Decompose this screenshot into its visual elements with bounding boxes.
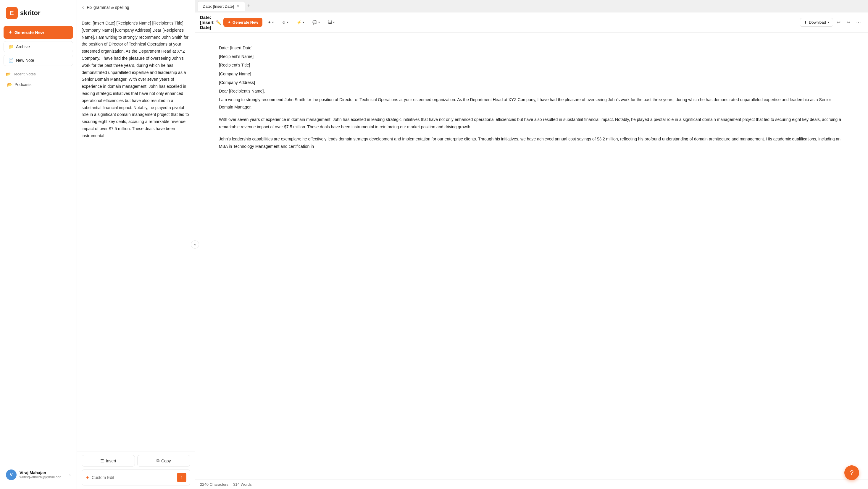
support-fab-button[interactable]: ? <box>844 465 859 480</box>
podcast-icon: 📂 <box>7 82 12 87</box>
chevron-down-icon-5: ▾ <box>333 21 335 24</box>
archive-button[interactable]: 📁 Archive <box>4 41 73 52</box>
doc-paragraphs: I am writing to strongly recommend John … <box>219 96 844 150</box>
app-name: skritor <box>20 9 40 17</box>
image-icon: 🖼 <box>328 20 332 25</box>
chevron-down-icon-3: ▾ <box>303 21 304 24</box>
doc-paragraph: John's leadership capabilities are exemp… <box>219 135 844 150</box>
user-info: Viraj Mahajan writingwithviraj@gmail.cor <box>20 470 66 479</box>
generate-new-button[interactable]: ✦ Generate New <box>4 26 73 39</box>
copy-button[interactable]: ⧉ Copy <box>137 455 190 466</box>
user-profile[interactable]: V Viraj Mahajan writingwithviraj@gmail.c… <box>4 466 73 483</box>
logo-area: E skritor <box>4 6 73 24</box>
chevron-down-icon: ▾ <box>272 21 274 24</box>
copy-icon: ⧉ <box>156 458 159 463</box>
doc-line: Date: [Insert Date] <box>219 44 844 52</box>
toolbar-image-button[interactable]: 🖼 ▾ <box>325 18 338 26</box>
back-button[interactable]: ‹ <box>82 4 84 11</box>
middle-header: ‹ Fix grammar & spelling <box>77 0 195 15</box>
middle-footer: ☰ Insert ⧉ Copy ✦ ↑ <box>77 451 195 489</box>
more-options-button[interactable]: ⋯ <box>854 18 863 26</box>
custom-edit-row: ✦ ↑ <box>82 469 190 485</box>
character-count: 2240 Characters <box>200 482 228 487</box>
wand-icon: ⚡ <box>297 20 302 25</box>
doc-line: [Company Address] <box>219 79 844 86</box>
middle-content: Date: [Insert Date] [Recipient's Name] [… <box>77 15 195 451</box>
send-icon: ↑ <box>181 475 183 480</box>
editor-title-row: Date: [Insert Date] ✏️ <box>200 15 221 30</box>
edit-title-button[interactable]: ✏️ <box>216 20 221 25</box>
toolbar-face-button[interactable]: ☺ ▾ <box>279 18 291 26</box>
support-icon: ? <box>850 469 854 477</box>
tab-title: Date: [Insert Date] <box>203 4 234 8</box>
toolbar-generate-button[interactable]: ✦ Generate New <box>223 18 262 27</box>
toolbar-magic-button[interactable]: ✦ ▾ <box>265 18 277 26</box>
doc-paragraph: I am writing to strongly recommend John … <box>219 96 844 111</box>
insert-icon: ☰ <box>100 459 104 463</box>
toolbar-wand-button[interactable]: ⚡ ▾ <box>294 18 307 26</box>
new-note-button[interactable]: 📄 New Note <box>4 55 73 66</box>
chevron-down-icon-2: ▾ <box>287 21 288 24</box>
footer-buttons: ☰ Insert ⧉ Copy <box>82 455 190 466</box>
face-icon: ☺ <box>282 20 286 25</box>
main-editor: Date: [Insert Date] × + Date: [Insert Da… <box>195 0 868 489</box>
user-email: writingwithviraj@gmail.cor <box>20 475 66 479</box>
recent-notes-section: 📂 Recent Notes <box>4 68 73 77</box>
insert-button[interactable]: ☰ Insert <box>82 455 135 466</box>
middle-panel: ‹ Fix grammar & spelling Date: [Insert D… <box>77 0 195 489</box>
undo-button[interactable]: ↩ <box>834 18 843 26</box>
custom-edit-send-button[interactable]: ↑ <box>177 473 186 482</box>
download-icon: ⬇ <box>804 20 807 25</box>
middle-doc-text: Date: [Insert Date] [Recipient's Name] [… <box>82 20 190 139</box>
chevron-right-icon: › <box>69 472 71 477</box>
tab-add-button[interactable]: + <box>245 2 253 10</box>
toolbar-star-icon: ✦ <box>227 20 231 25</box>
chevron-left-icon: « <box>194 242 196 247</box>
archive-icon: 📁 <box>8 44 13 49</box>
doc-line: [Recipient's Name] <box>219 53 844 60</box>
editor-tab[interactable]: Date: [Insert Date] × <box>197 1 245 11</box>
tab-close-button[interactable]: × <box>237 4 240 8</box>
toolbar-right: ⬇ Download ▾ ↩ ↪ ⋯ <box>800 18 863 27</box>
custom-edit-input[interactable] <box>92 475 175 480</box>
logo-icon: E <box>6 7 18 19</box>
magic-icon: ✦ <box>268 20 271 25</box>
comment-icon: 💬 <box>312 20 317 25</box>
chevron-down-icon-4: ▾ <box>318 21 320 24</box>
doc-lines: Date: [Insert Date][Recipient's Name][Re… <box>219 44 844 95</box>
user-name: Viraj Mahajan <box>20 470 66 475</box>
magic-wand-icon: ✦ <box>86 475 89 481</box>
star-icon: ✦ <box>8 30 12 35</box>
editor-status-bar: 2240 Characters 314 Words <box>195 480 868 489</box>
new-note-icon: 📄 <box>8 58 13 63</box>
editor-body[interactable]: Date: [Insert Date][Recipient's Name][Re… <box>195 33 868 480</box>
sidebar-item-podcasts[interactable]: 📂 Podcasts <box>4 80 73 89</box>
word-count: 314 Words <box>233 482 252 487</box>
doc-line: [Company Name] <box>219 70 844 78</box>
editor-doc-title: Date: [Insert Date] <box>200 15 214 30</box>
editor-toolbar: Date: [Insert Date] ✏️ ✦ Generate New ✦ … <box>195 12 868 33</box>
middle-panel-title: Fix grammar & spelling <box>87 5 129 10</box>
redo-button[interactable]: ↪ <box>844 18 852 26</box>
avatar: V <box>6 469 17 480</box>
folder-icon: 📂 <box>6 72 11 76</box>
toolbar-comment-button[interactable]: 💬 ▾ <box>309 18 323 26</box>
doc-line: [Recipient's Title] <box>219 62 844 69</box>
download-button[interactable]: ⬇ Download ▾ <box>800 18 833 27</box>
doc-line: Dear [Recipient's Name], <box>219 88 844 95</box>
doc-paragraph: With over seven years of experience in d… <box>219 116 844 131</box>
collapse-panel-button[interactable]: « <box>191 240 199 249</box>
tabs-bar: Date: [Insert Date] × + <box>195 0 868 12</box>
sidebar: E skritor ✦ Generate New 📁 Archive 📄 New… <box>0 0 77 489</box>
chevron-down-icon-6: ▾ <box>828 21 829 24</box>
